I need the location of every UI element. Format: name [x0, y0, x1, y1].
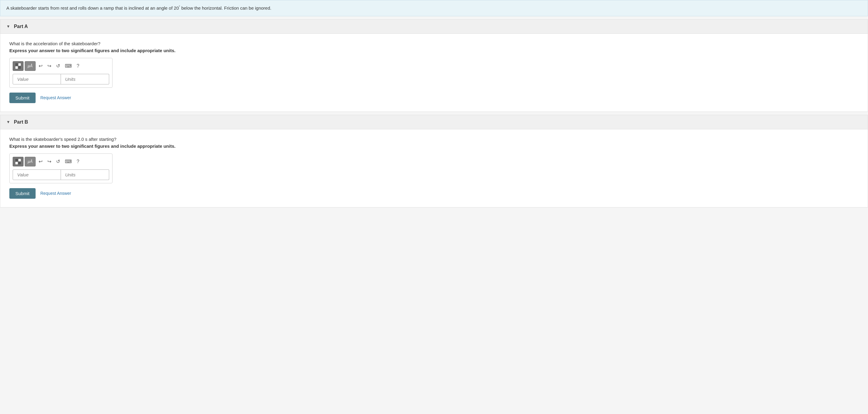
part-b-input-row [13, 169, 109, 180]
part-a-request-answer-link[interactable]: Request Answer [40, 95, 71, 100]
part-b-value-input[interactable] [13, 169, 61, 180]
part-b-keyboard-button[interactable]: ⌨ [63, 157, 73, 165]
part-a-input-row [13, 74, 109, 85]
part-b-question: What is the skateboarder's speed 2.0 s a… [9, 136, 859, 142]
part-a-body: What is the acceleration of the skateboa… [0, 34, 868, 112]
part-b-reset-button[interactable]: ↺ [54, 157, 62, 165]
part-b-grid-button[interactable] [13, 157, 24, 166]
part-a-symbol-button[interactable]: μÅ [25, 61, 36, 71]
problem-text-2: below the horizontal. Friction can be ig… [180, 5, 272, 10]
problem-text-1: A skateboarder starts from rest and roll… [6, 5, 179, 10]
part-b-body: What is the skateboarder's speed 2.0 s a… [0, 129, 868, 207]
part-a-question: What is the acceleration of the skateboa… [9, 41, 859, 46]
part-a-reset-button[interactable]: ↺ [54, 62, 62, 70]
part-b-instruction: Express your answer to two significant f… [9, 144, 859, 149]
part-b-submit-button[interactable]: Submit [9, 188, 36, 199]
part-a-chevron: ▼ [6, 24, 10, 29]
part-a-help-button[interactable]: ? [75, 62, 81, 70]
part-b-header[interactable]: ▼ Part B [0, 115, 868, 129]
part-b-chevron: ▼ [6, 120, 10, 124]
part-b-action-row: Submit Request Answer [9, 188, 859, 199]
part-a-value-input[interactable] [13, 74, 61, 85]
part-a-instruction: Express your answer to two significant f… [9, 48, 859, 53]
part-b-toolbar: μÅ ↩ ↪ ↺ ⌨ ? [13, 157, 109, 166]
part-a-redo-button[interactable]: ↪ [45, 62, 53, 70]
part-a-undo-button[interactable]: ↩ [37, 62, 44, 70]
part-b-help-button[interactable]: ? [75, 158, 81, 165]
part-b-title: Part B [14, 119, 28, 125]
part-b-section: ▼ Part B What is the skateboarder's spee… [0, 115, 868, 208]
part-a-toolbar: μÅ ↩ ↪ ↺ ⌨ ? [13, 61, 109, 71]
part-a-submit-button[interactable]: Submit [9, 93, 36, 103]
part-b-units-input[interactable] [61, 169, 109, 180]
part-a-keyboard-button[interactable]: ⌨ [63, 62, 73, 70]
part-a-answer-box: μÅ ↩ ↪ ↺ ⌨ ? [9, 58, 113, 88]
part-a-header[interactable]: ▼ Part A [0, 20, 868, 34]
part-a-title: Part A [14, 24, 28, 29]
part-b-undo-button[interactable]: ↩ [37, 157, 44, 165]
part-a-action-row: Submit Request Answer [9, 93, 859, 103]
part-a-grid-button[interactable] [13, 61, 24, 71]
part-b-request-answer-link[interactable]: Request Answer [40, 191, 71, 196]
problem-statement: A skateboarder starts from rest and roll… [0, 0, 868, 16]
part-b-redo-button[interactable]: ↪ [45, 157, 53, 165]
grid-icon [16, 63, 21, 69]
grid-icon-b [16, 159, 21, 164]
part-a-section: ▼ Part A What is the acceleration of the… [0, 19, 868, 112]
part-b-answer-box: μÅ ↩ ↪ ↺ ⌨ ? [9, 154, 113, 183]
part-a-units-input[interactable] [61, 74, 109, 85]
part-b-symbol-button[interactable]: μÅ [25, 157, 36, 166]
